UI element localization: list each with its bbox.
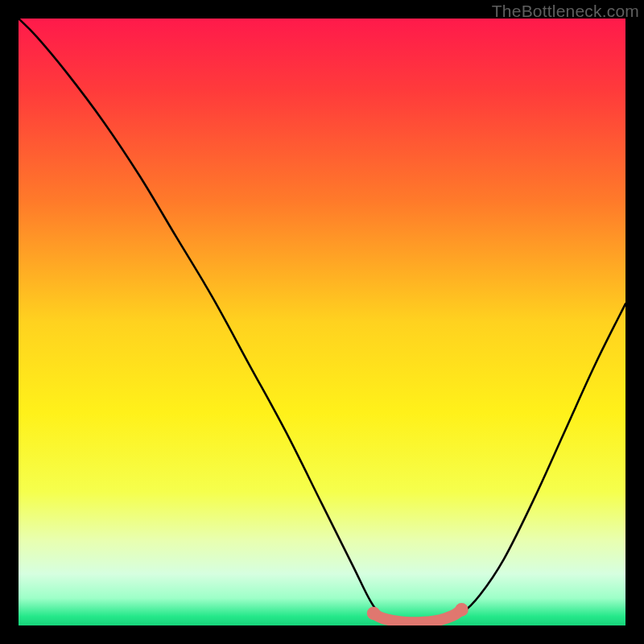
bottleneck-plot	[19, 19, 625, 625]
watermark-label: TheBottleneck.com	[492, 2, 639, 21]
optimal-band-cap	[455, 603, 469, 617]
optimal-band-cap	[367, 607, 381, 621]
chart-frame	[19, 19, 625, 625]
gradient-background	[19, 19, 625, 625]
